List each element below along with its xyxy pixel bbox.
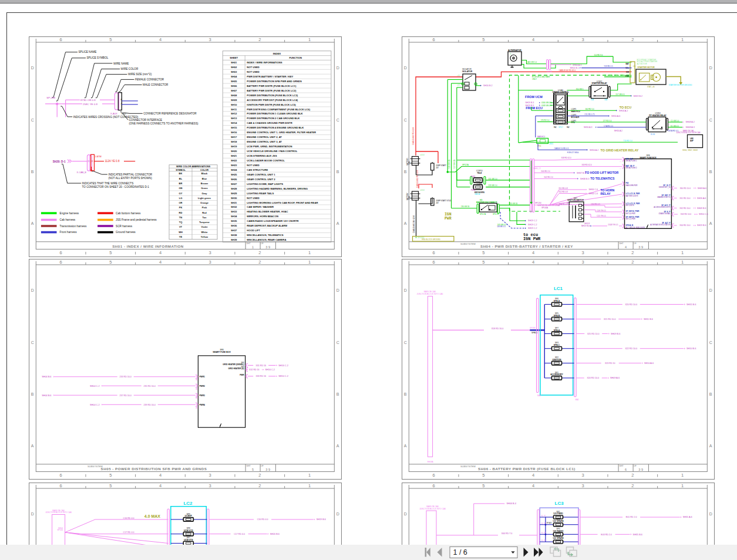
svg-text:CRANK SIGNAL: CRANK SIGNAL: [658, 212, 671, 214]
svg-text:STARTER RELAY: STARTER RELAY: [591, 82, 607, 85]
svg-text:MA2: MA2: [575, 398, 579, 400]
svg-text:SHT: SHT: [619, 242, 624, 244]
svg-text:C: C: [336, 117, 339, 122]
svg-text:873D OR 0.8: 873D OR 0.8: [80, 99, 96, 102]
svg-text:3: 3: [581, 472, 584, 477]
svg-text:3: 3: [209, 483, 211, 488]
svg-text:A: A: [709, 443, 712, 447]
svg-text:SH09 A.6: SH09 A.6: [697, 187, 706, 189]
svg-text:IGN PWR: IGN PWR: [523, 237, 540, 241]
svg-text:SH38: SH38: [231, 234, 237, 237]
svg-text:Yellow: Yellow: [201, 235, 208, 238]
svg-text:u12: u12: [457, 84, 460, 86]
svg-text:WIRE COLOR: WIRE COLOR: [121, 68, 139, 70]
svg-text:SH08: SH08: [231, 93, 237, 96]
svg-text:SH29: SH29: [231, 191, 237, 194]
svg-text:SH04 B.6: SH04 B.6: [42, 376, 51, 378]
svg-text:SH18: SH18: [231, 140, 237, 143]
svg-text:117 GN 35: 117 GN 35: [453, 159, 456, 168]
svg-text:SH22: SH22: [231, 158, 237, 161]
svg-text:SP-258: SP-258: [46, 96, 55, 99]
svg-text:SH20 B.6: SH20 B.6: [270, 533, 280, 535]
svg-text:2: 2: [258, 37, 261, 42]
svg-text:X-AUX: X-AUX: [110, 112, 117, 114]
svg-text:C: C: [709, 340, 712, 344]
svg-text:C09 YE 0.5: C09 YE 0.5: [597, 209, 606, 211]
svg-text:ALT MOTOR: ALT MOTOR: [637, 62, 647, 65]
svg-text:OF: OF: [261, 464, 264, 467]
svg-text:Violet: Violet: [201, 225, 208, 228]
svg-text:1: 1: [308, 259, 311, 265]
svg-text:SH20: D-1: SH20: D-1: [53, 160, 66, 163]
svg-text:B: B: [709, 392, 712, 396]
svg-text:MA2: MA2: [537, 394, 541, 396]
svg-text:4: 4: [625, 245, 627, 248]
svg-text:Brown: Brown: [201, 181, 208, 184]
svg-text:SH07: SH07: [231, 89, 237, 92]
svg-text:SH16: SH16: [231, 131, 237, 134]
svg-text:5: 5: [482, 472, 484, 477]
svg-text:SH10 C.6: SH10 C.6: [699, 213, 708, 215]
svg-text:6: 6: [432, 472, 435, 477]
svg-text:C: C: [403, 117, 406, 122]
svg-text:SHT: SHT: [247, 464, 251, 467]
svg-text:IGNITION: IGNITION: [552, 358, 561, 360]
svg-text:ENGINE CONTROL UNIT 2, AT: ENGINE CONTROL UNIT 2, AT: [247, 136, 282, 139]
svg-text:SH16 C.2: SH16 C.2: [278, 364, 288, 366]
svg-text:233 RD 16.0: 233 RD 16.0: [120, 376, 132, 378]
svg-text:NOT USED: NOT USED: [247, 196, 260, 199]
svg-text:FL_PL: FL_PL: [541, 514, 546, 517]
svg-text:BK: BK: [179, 172, 183, 175]
svg-text:SH04 - PWR DISTR-BATTERY / STA: SH04 - PWR DISTR-BATTERY / STARTER / KEY: [480, 244, 573, 248]
svg-text:SH26: SH26: [231, 177, 237, 180]
svg-text:BATTERY: BATTERY: [406, 193, 408, 200]
svg-text:MALE CONNECTOR: MALE CONNECTOR: [143, 83, 169, 86]
svg-text:A: A: [403, 443, 406, 447]
svg-text:237 RD 16.0: 237 RD 16.0: [120, 394, 132, 396]
svg-text:SH06 B.4: SH06 B.4: [506, 502, 516, 505]
svg-text:CAN STRUCTURE: CAN STRUCTURE: [247, 168, 268, 171]
svg-text:SH10 C.2: SH10 C.2: [278, 375, 288, 377]
svg-text:D: D: [403, 66, 406, 70]
svg-text:A: A: [709, 221, 712, 225]
svg-text:SH08 A.3: SH08 A.3: [685, 126, 694, 129]
svg-text:SH37: SH37: [231, 229, 237, 232]
svg-text:X31 RD 16: X31 RD 16: [255, 364, 266, 366]
svg-text:CABIN RADIO LOUDSPEAKER 12V CN: CABIN RADIO LOUDSPEAKER 12V CNVRTR: [247, 220, 298, 222]
svg-text:SP288: SP288: [530, 326, 536, 329]
svg-text:IGNITION SWITCH: IGNITION SWITCH: [567, 199, 584, 201]
svg-text:X21 RD 10.0: X21 RD 10.0: [603, 318, 615, 320]
svg-text:6: 6: [121, 99, 122, 101]
svg-text:6: 6: [60, 483, 62, 488]
svg-text:X40 RD 2.0: X40 RD 2.0: [541, 170, 550, 173]
svg-text:D: D: [31, 288, 34, 292]
svg-text:HEATING BLOWER HEATER, HVAC: HEATING BLOWER HEATER, HVAC: [247, 210, 288, 213]
svg-text:PA2: PA2: [554, 126, 557, 128]
svg-text:X-ENG: X-ENG: [547, 70, 552, 72]
svg-text:LA6M_C2: LA6M_C2: [533, 167, 541, 169]
svg-text:3: 3: [581, 259, 584, 265]
svg-text:LG: LG: [179, 196, 183, 199]
svg-text:Cab harness: Cab harness: [60, 218, 76, 221]
svg-text:INDEX: INDEX: [273, 52, 281, 55]
svg-text:5: 5: [482, 249, 484, 255]
svg-text:B: B: [336, 169, 339, 173]
svg-text:A1: A1: [196, 379, 198, 381]
svg-text:SH06: SH06: [231, 84, 237, 87]
svg-text:PWR3: PWR3: [199, 394, 205, 396]
svg-text:ENGINE CONTROL UNIT 3, AT: ENGINE CONTROL UNIT 3, AT: [247, 140, 282, 143]
svg-text:SH19 B.3: SH19 B.3: [525, 102, 534, 104]
svg-text:SH19: SH19: [231, 145, 237, 148]
svg-text:X42 RD 2.0: X42 RD 2.0: [544, 176, 553, 178]
svg-text:SP0GND: SP0GND: [418, 236, 425, 238]
svg-text:A: A: [336, 221, 339, 225]
svg-text:FOR 6T7 ENG: FOR 6T7 ENG: [567, 151, 578, 153]
svg-text:T10 RD 5.0: T10 RD 5.0: [623, 140, 632, 142]
svg-text:SPLICE NAME: SPLICE NAME: [79, 50, 97, 53]
svg-text:SH10 B.6: SH10 B.6: [686, 348, 696, 350]
svg-text:2: 2: [631, 472, 634, 477]
svg-text:POWER DISTRIBUTION 4 ENGINE GR: POWER DISTRIBUTION 4 ENGINE GROUND BLK: [247, 126, 304, 129]
svg-text:MAIN ECU: MAIN ECU: [537, 135, 545, 137]
svg-text:(ONE HARNESS CONNECTS TO ANOTH: (ONE HARNESS CONNECTS TO ANOTHER HARNESS…: [129, 122, 198, 124]
svg-text:IGN: IGN: [626, 71, 629, 73]
